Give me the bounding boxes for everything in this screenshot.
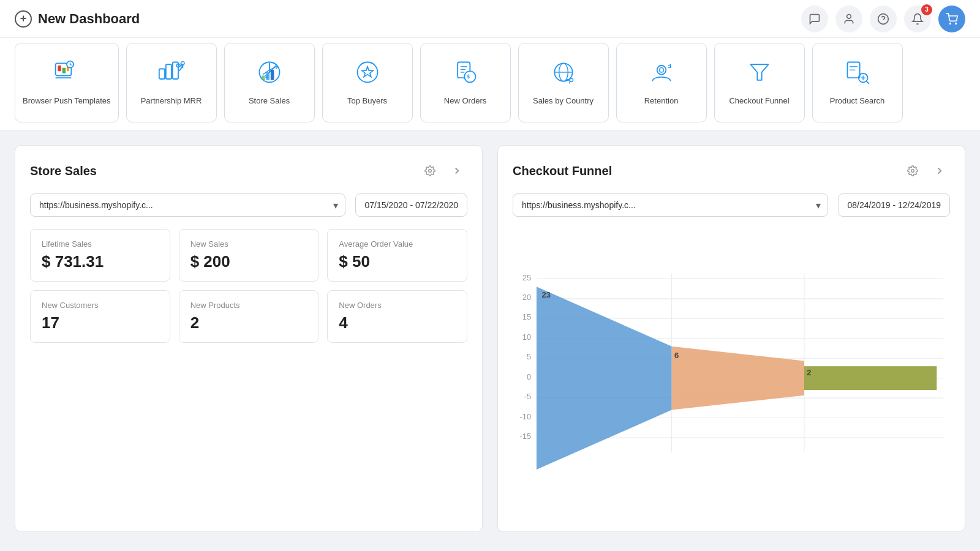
widget-label: Product Search: [830, 96, 885, 107]
cart-button[interactable]: [938, 6, 965, 32]
product-search-icon: [844, 59, 871, 91]
checkout-funnel-settings-button[interactable]: [902, 160, 923, 181]
widget-scroll: Browser Push Templates Partnership MRR: [15, 43, 965, 130]
stat-new-sales-value: $ 200: [190, 252, 307, 271]
svg-point-43: [911, 170, 914, 173]
main-content: Store Sales https://business.myshopify.c…: [0, 130, 980, 547]
user-button[interactable]: [835, 6, 862, 32]
store-sales-settings-button[interactable]: [420, 160, 440, 181]
store-sales-panel: Store Sales https://business.myshopify.c…: [15, 145, 483, 532]
widget-label: Retention: [644, 96, 679, 107]
svg-rect-19: [262, 76, 265, 80]
bell-button[interactable]: 3: [904, 6, 931, 32]
svg-rect-13: [172, 62, 178, 80]
svg-point-3: [950, 23, 951, 24]
stat-new-products-label: New Products: [190, 301, 307, 310]
stat-lifetime-sales-value: $ 731.31: [42, 252, 159, 271]
widget-label: Checkout Funnel: [729, 96, 789, 107]
top-buyers-icon: [354, 59, 381, 91]
store-sales-expand-button[interactable]: [447, 160, 467, 181]
checkout-funnel-header: Checkout Funnel: [513, 160, 950, 181]
stat-avg-order-value: $ 50: [339, 252, 456, 271]
stat-avg-order: Average Order Value $ 50: [327, 229, 467, 282]
checkout-funnel-store-select[interactable]: https://business.myshopify.c...: [513, 193, 828, 217]
checkout-funnel-expand-button[interactable]: [929, 160, 950, 181]
svg-text:25: 25: [522, 273, 531, 282]
svg-point-24: [464, 71, 475, 82]
svg-text:$: $: [466, 73, 469, 80]
stat-new-products-value: 2: [190, 313, 307, 332]
browser-push-icon: [53, 59, 80, 91]
svg-text:20: 20: [522, 293, 531, 302]
stat-lifetime-sales-label: Lifetime Sales: [42, 239, 159, 249]
stat-new-orders: New Orders 4: [327, 290, 467, 343]
widget-browser-push-templates[interactable]: Browser Push Templates: [15, 43, 119, 122]
widget-top-buyers[interactable]: Top Buyers: [322, 43, 413, 122]
svg-rect-6: [58, 66, 61, 71]
stat-new-products: New Products 2: [179, 290, 319, 343]
svg-point-34: [659, 68, 663, 72]
widget-store-sales[interactable]: $ Store Sales: [224, 43, 315, 122]
svg-point-32: [570, 78, 573, 82]
stat-new-customers: New Customers 17: [30, 290, 170, 343]
svg-text:-5: -5: [524, 392, 532, 401]
store-sales-date-range[interactable]: 07/15/2020 - 07/22/2020: [355, 193, 467, 217]
stat-new-orders-label: New Orders: [339, 301, 456, 310]
stat-new-customers-value: 17: [42, 313, 159, 332]
widget-sales-by-country[interactable]: Sales by Country: [518, 43, 609, 122]
plus-icon: +: [15, 10, 32, 28]
checkout-funnel-title: Checkout Funnel: [513, 164, 896, 178]
svg-point-4: [956, 23, 957, 24]
svg-line-16: [179, 64, 181, 64]
svg-rect-12: [165, 64, 171, 79]
store-sales-title: Store Sales: [30, 164, 413, 178]
widget-label: Partnership MRR: [141, 96, 202, 107]
svg-text:10: 10: [522, 332, 531, 342]
header: + New Dashboard 3: [0, 0, 980, 38]
svg-text:-15: -15: [520, 432, 532, 441]
new-orders-icon: $: [452, 59, 479, 91]
widget-bar: Browser Push Templates Partnership MRR: [0, 38, 980, 130]
store-sales-header: Store Sales: [30, 160, 467, 181]
store-sales-stats: Lifetime Sales $ 731.31 New Sales $ 200 …: [30, 229, 467, 343]
svg-text:0: 0: [527, 372, 531, 381]
widget-label: Sales by Country: [533, 96, 594, 107]
header-actions: 3: [801, 6, 965, 32]
store-sales-store-select[interactable]: https://business.myshopify.c...: [30, 193, 345, 217]
widget-label: Browser Push Templates: [23, 96, 111, 107]
funnel-orange-shape: [672, 347, 804, 410]
widget-product-search[interactable]: Product Search: [812, 43, 903, 122]
sales-country-icon: [550, 59, 577, 91]
store-sales-icon: $: [256, 59, 283, 91]
stat-avg-order-label: Average Order Value: [339, 239, 456, 249]
help-button[interactable]: [870, 6, 897, 32]
checkout-funnel-chart-area: 25 20 15 10 5 0 -5 -10 -15: [513, 229, 950, 517]
store-sales-controls: https://business.myshopify.c... 07/15/20…: [30, 193, 467, 217]
stat-lifetime-sales: Lifetime Sales $ 731.31: [30, 229, 170, 282]
svg-text:5: 5: [527, 352, 531, 361]
widget-partnership-mrr[interactable]: Partnership MRR: [126, 43, 217, 122]
svg-text:15: 15: [522, 312, 531, 321]
svg-point-33: [657, 66, 666, 75]
widget-retention[interactable]: Retention: [616, 43, 707, 122]
checkout-funnel-chart: 25 20 15 10 5 0 -5 -10 -15: [513, 229, 950, 517]
svg-line-39: [866, 81, 869, 84]
stat-new-sales-label: New Sales: [190, 239, 307, 249]
checkout-funnel-icon: [746, 59, 773, 91]
widget-label: New Orders: [444, 96, 486, 107]
checkout-funnel-panel: Checkout Funnel https://business.myshopi…: [497, 145, 965, 532]
checkout-funnel-date-range[interactable]: 08/24/2019 - 12/24/2019: [838, 193, 950, 217]
chat-button[interactable]: [801, 6, 828, 32]
stat-new-orders-value: 4: [339, 313, 456, 332]
widget-checkout-funnel[interactable]: Checkout Funnel: [714, 43, 805, 122]
svg-rect-7: [62, 68, 66, 73]
store-sales-store-select-wrap: https://business.myshopify.c...: [30, 193, 345, 217]
checkout-funnel-controls: https://business.myshopify.c... 08/24/20…: [513, 193, 950, 217]
page-title: New Dashboard: [38, 11, 140, 27]
svg-rect-21: [270, 70, 274, 80]
widget-label: Top Buyers: [347, 96, 387, 107]
svg-text:6: 6: [674, 351, 679, 360]
checkout-funnel-store-select-wrap: https://business.myshopify.c...: [513, 193, 828, 217]
widget-label: Store Sales: [249, 96, 290, 107]
widget-new-orders[interactable]: $ New Orders: [420, 43, 511, 122]
